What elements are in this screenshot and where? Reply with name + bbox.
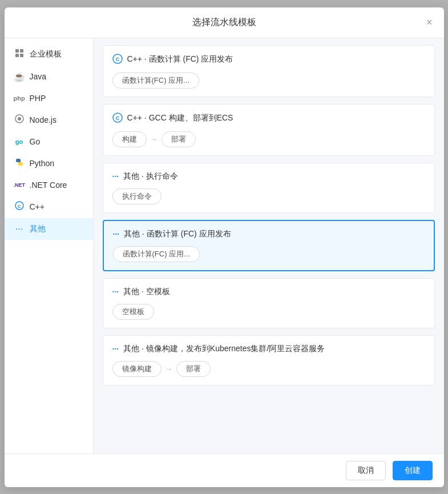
sidebar-label-dotnetcore: .NET Core	[30, 180, 67, 190]
close-button[interactable]: ×	[426, 17, 433, 27]
card-steps-card2: 构建→部署	[112, 131, 425, 147]
svg-text:C: C	[18, 204, 21, 209]
template-card-card1[interactable]: CC++ · 函数计算 (FC) 应用发布函数计算(FC) 应用...	[103, 45, 435, 97]
sidebar-item-enterprise[interactable]: 企业模板	[5, 43, 93, 66]
svg-rect-2	[15, 54, 19, 57]
step-tag: 执行命令	[112, 188, 162, 204]
sidebar-label-nodejs: Node.js	[30, 115, 56, 124]
template-card-card4[interactable]: ···其他 · 函数计算 (FC) 应用发布函数计算(FC) 应用...	[103, 220, 435, 271]
step-tag: 空模板	[112, 304, 154, 320]
dotnetcore-icon: .NET	[14, 182, 25, 188]
sidebar-item-php[interactable]: phpPHP	[5, 88, 93, 109]
sidebar: 企业模板☕JavaphpPHPNode.jsgoGoPython.NET.NET…	[5, 38, 94, 453]
svg-rect-3	[20, 54, 23, 57]
card-steps-card4: 函数计算(FC) 应用...	[113, 246, 425, 262]
card-title-text-card6: 其他 · 镜像构建，发布到Kubernetes集群/阿里云容器服务	[123, 344, 325, 354]
modal-footer: 取消 创建	[5, 453, 444, 487]
go-icon: go	[14, 138, 25, 145]
step-tag: 部署	[176, 361, 211, 377]
card-title-text-card5: 其他 · 空模板	[123, 287, 170, 297]
sidebar-label-php: PHP	[30, 94, 46, 103]
enterprise-icon	[14, 49, 25, 60]
card-icon-card6: ···	[112, 344, 119, 354]
python-icon	[14, 158, 25, 169]
template-card-card5[interactable]: ···其他 · 空模板空模板	[103, 278, 435, 328]
card-steps-card3: 执行命令	[112, 188, 425, 204]
other-icon: ···	[14, 224, 25, 234]
template-card-card6[interactable]: ···其他 · 镜像构建，发布到Kubernetes集群/阿里云容器服务镜像构建…	[103, 335, 435, 385]
card-title-row: ···其他 · 镜像构建，发布到Kubernetes集群/阿里云容器服务	[112, 344, 425, 354]
sidebar-item-other[interactable]: ···其他	[5, 218, 93, 240]
sidebar-label-go: Go	[30, 137, 41, 146]
card-title-text-card1: C++ · 函数计算 (FC) 应用发布	[127, 54, 233, 65]
sidebar-label-other: 其他	[30, 224, 46, 234]
php-icon: php	[14, 95, 25, 102]
card-title-row: ···其他 · 执行命令	[112, 171, 425, 182]
cancel-button[interactable]: 取消	[346, 461, 386, 480]
sidebar-label-cpp: C++	[30, 202, 45, 211]
card-icon-card5: ···	[112, 287, 119, 296]
modal-title: 选择流水线模板	[192, 17, 256, 29]
card-title-row: ···其他 · 函数计算 (FC) 应用发布	[113, 229, 425, 239]
step-tag: 镜像构建	[112, 361, 162, 377]
card-title-text-card3: 其他 · 执行命令	[123, 171, 178, 182]
modal-header: 选择流水线模板 ×	[5, 7, 444, 38]
step-arrow: →	[165, 364, 173, 373]
step-tag: 函数计算(FC) 应用...	[113, 246, 200, 262]
sidebar-item-java[interactable]: ☕Java	[5, 66, 93, 88]
cpp-icon: C	[14, 201, 25, 212]
card-title-text-card4: 其他 · 函数计算 (FC) 应用发布	[124, 229, 231, 239]
step-arrow: →	[150, 135, 158, 144]
sidebar-item-go[interactable]: goGo	[5, 131, 93, 152]
svg-text:C: C	[115, 115, 119, 121]
nodejs-icon	[14, 114, 25, 126]
svg-point-5	[18, 117, 21, 121]
sidebar-label-enterprise: 企业模板	[30, 49, 62, 59]
modal-body: 企业模板☕JavaphpPHPNode.jsgoGoPython.NET.NET…	[5, 38, 444, 453]
sidebar-item-cpp[interactable]: CC++	[5, 195, 93, 218]
card-title-row: CC++ · GCC 构建、部署到ECS	[112, 113, 425, 124]
sidebar-label-java: Java	[30, 72, 47, 81]
sidebar-label-python: Python	[30, 159, 55, 168]
svg-text:C: C	[115, 57, 119, 62]
card-icon-card3: ···	[112, 172, 119, 181]
modal: 选择流水线模板 × 企业模板☕JavaphpPHPNode.jsgoGoPyth…	[5, 7, 444, 487]
step-tag: 部署	[162, 131, 196, 147]
sidebar-item-nodejs[interactable]: Node.js	[5, 109, 93, 131]
svg-rect-1	[20, 49, 23, 53]
content-area: CC++ · 函数计算 (FC) 应用发布函数计算(FC) 应用...CC++ …	[94, 38, 444, 453]
card-title-text-card2: C++ · GCC 构建、部署到ECS	[127, 113, 233, 123]
card-title-row: ···其他 · 空模板	[112, 287, 425, 297]
card-icon-card2: C	[112, 113, 123, 124]
template-card-card2[interactable]: CC++ · GCC 构建、部署到ECS构建→部署	[103, 104, 435, 156]
card-icon-card4: ···	[113, 230, 120, 239]
card-steps-card1: 函数计算(FC) 应用...	[112, 73, 425, 89]
card-icon-card1: C	[112, 54, 123, 66]
sidebar-item-python[interactable]: Python	[5, 152, 93, 175]
java-icon: ☕	[14, 71, 25, 82]
svg-rect-0	[15, 49, 19, 53]
template-card-card3[interactable]: ···其他 · 执行命令执行命令	[103, 163, 435, 213]
step-tag: 函数计算(FC) 应用...	[112, 73, 199, 89]
card-steps-card5: 空模板	[112, 304, 425, 320]
card-steps-card6: 镜像构建→部署	[112, 361, 425, 377]
create-button[interactable]: 创建	[393, 461, 433, 480]
step-tag: 构建	[112, 131, 147, 147]
sidebar-item-dotnetcore[interactable]: .NET.NET Core	[5, 175, 93, 195]
card-title-row: CC++ · 函数计算 (FC) 应用发布	[112, 54, 425, 66]
